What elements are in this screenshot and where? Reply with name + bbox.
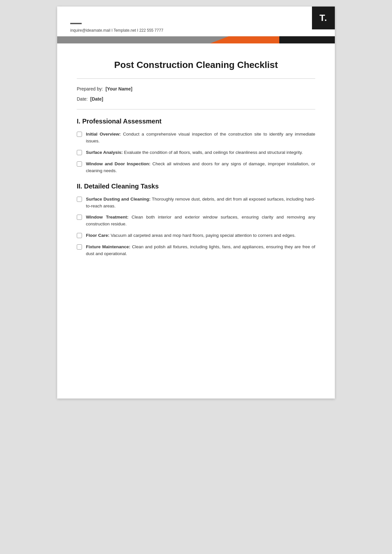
main-content: Post Construction Cleaning Checklist Pre…: [57, 43, 335, 275]
checkbox[interactable]: [77, 150, 82, 155]
checklist-label-1-2: Surface Analysis:: [86, 150, 124, 155]
checklist-1: Initial Overview: Conduct a comprehensiv…: [77, 131, 315, 174]
list-item: Window and Door Inspection: Check all wi…: [77, 161, 315, 174]
date-value: [Date]: [90, 96, 103, 102]
header: T. inquire@ideamate.mail I Template.net …: [57, 7, 335, 34]
section-2: II. Detailed Cleaning TasksSurface Dusti…: [77, 183, 315, 257]
checklist-label-2-3: Floor Care:: [86, 233, 111, 238]
banner-dark: [279, 36, 335, 43]
prepared-by-value: [Your Name]: [106, 86, 132, 91]
banner-inner: [57, 36, 335, 43]
checkbox[interactable]: [77, 161, 82, 167]
checklist-text-2-4: Fixture Maintenance: Clean and polish al…: [86, 244, 315, 257]
sections-container: I. Professional AssessmentInitial Overvi…: [77, 118, 315, 257]
banner-stripe: [57, 36, 335, 43]
divider-mid: [77, 109, 315, 109]
list-item: Initial Overview: Conduct a comprehensiv…: [77, 131, 315, 145]
section-heading-2: II. Detailed Cleaning Tasks: [77, 183, 315, 190]
checkbox[interactable]: [77, 215, 82, 220]
checkbox[interactable]: [77, 132, 82, 137]
list-item: Surface Analysis: Evaluate the condition…: [77, 149, 315, 156]
date-label: Date:: [77, 96, 88, 102]
checklist-text-2-3: Floor Care: Vacuum all carpeted areas an…: [86, 232, 315, 239]
page: T. inquire@ideamate.mail I Template.net …: [57, 7, 335, 399]
meta-section: Prepared by: [Your Name] Date: [Date]: [77, 85, 315, 103]
checklist-label-2-4: Fixture Maintenance:: [86, 244, 132, 249]
list-item: Surface Dusting and Cleaning: Thoroughly…: [77, 196, 315, 210]
checklist-text-2-1: Surface Dusting and Cleaning: Thoroughly…: [86, 196, 315, 210]
checklist-text-2-2: Window Treatment: Clean both interior an…: [86, 214, 315, 228]
checklist-text-1-2: Surface Analysis: Evaluate the condition…: [86, 149, 315, 156]
list-item: Window Treatment: Clean both interior an…: [77, 214, 315, 228]
date-line: Date: [Date]: [77, 95, 315, 103]
section-heading-1: I. Professional Assessment: [77, 118, 315, 125]
divider-top: [77, 78, 315, 79]
checklist-text-1-1: Initial Overview: Conduct a comprehensiv…: [86, 131, 315, 145]
checkbox[interactable]: [77, 233, 82, 238]
logo-text: T.: [319, 13, 327, 23]
checklist-text-1-3: Window and Door Inspection: Check all wi…: [86, 161, 315, 174]
checklist-label-2-1: Surface Dusting and Cleaning:: [86, 197, 152, 202]
list-item: Floor Care: Vacuum all carpeted areas an…: [77, 232, 315, 239]
list-item: Fixture Maintenance: Clean and polish al…: [77, 244, 315, 257]
checklist-label-1-3: Window and Door Inspection:: [86, 161, 152, 166]
section-1: I. Professional AssessmentInitial Overvi…: [77, 118, 315, 174]
contact-info: inquire@ideamate.mail I Template.net I 2…: [70, 27, 322, 34]
header-accent-line: [70, 23, 82, 24]
checkbox[interactable]: [77, 197, 82, 202]
logo: T.: [312, 7, 335, 29]
prepared-by-label: Prepared by:: [77, 86, 103, 91]
checklist-label-1-1: Initial Overview:: [86, 132, 123, 137]
checklist-label-2-2: Window Treatment:: [86, 215, 132, 220]
document-title: Post Construction Cleaning Checklist: [77, 60, 315, 70]
checkbox[interactable]: [77, 244, 82, 250]
prepared-by-line: Prepared by: [Your Name]: [77, 85, 315, 92]
checklist-2: Surface Dusting and Cleaning: Thoroughly…: [77, 196, 315, 257]
